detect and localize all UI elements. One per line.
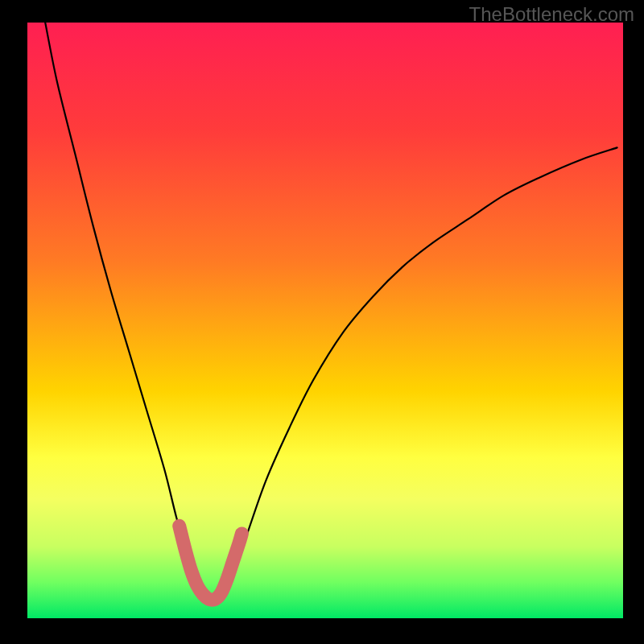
watermark-text: TheBottleneck.com [469, 3, 634, 26]
chart-svg [0, 0, 644, 644]
chart-container: TheBottleneck.com [0, 0, 644, 644]
plot-gradient-background [27, 23, 623, 618]
